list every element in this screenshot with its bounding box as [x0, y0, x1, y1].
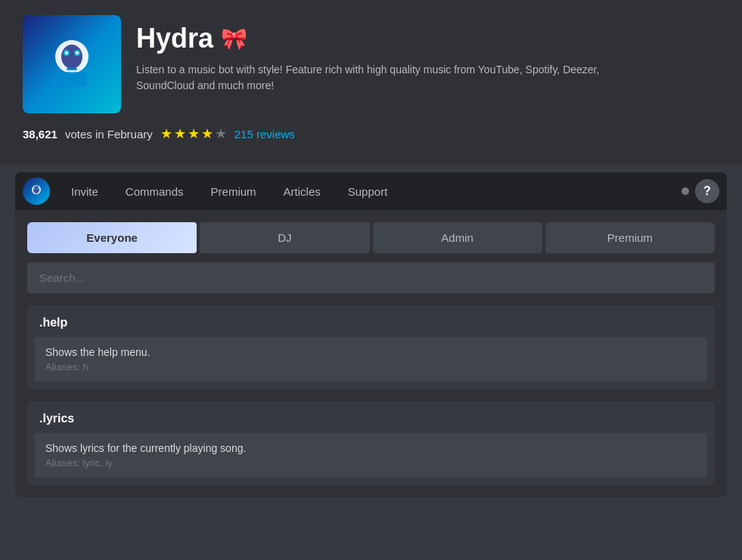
filter-tabs: Everyone DJ Admin Premium: [27, 222, 715, 253]
tab-premium[interactable]: Premium: [545, 222, 715, 253]
star-4: ★: [201, 125, 213, 142]
star-1: ★: [160, 125, 172, 142]
command-body-lyrics: Shows lyrics for the currently playing s…: [35, 433, 707, 478]
main-panel: Invite Commands Premium Articles Support…: [15, 172, 727, 497]
nav-articles[interactable]: Articles: [270, 172, 334, 210]
reviews-label: reviews: [256, 128, 295, 141]
command-card-help: .help Shows the help menu. Aliases: h: [27, 305, 715, 389]
svg-point-1: [61, 45, 82, 69]
nav-invite[interactable]: Invite: [57, 172, 112, 210]
star-2: ★: [174, 125, 186, 142]
command-aliases-help: Aliases: h: [45, 361, 697, 373]
status-dot: [681, 187, 689, 195]
nav-premium[interactable]: Premium: [197, 172, 270, 210]
bot-name-text: Hydra: [136, 23, 213, 54]
search-container: [27, 262, 715, 293]
svg-point-9: [33, 186, 39, 193]
reviews-count: 215: [234, 128, 253, 141]
command-name-lyrics: .lyrics: [27, 401, 715, 425]
svg-point-10: [34, 187, 36, 189]
commands-list: .help Shows the help menu. Aliases: h .l…: [15, 305, 727, 497]
star-3: ★: [188, 125, 200, 142]
votes-label: votes in February: [65, 128, 153, 141]
command-card-lyrics: .lyrics Shows lyrics for the currently p…: [27, 401, 715, 485]
page-header: Hydra 🎀 Listen to a music bot with style…: [0, 0, 742, 165]
svg-rect-6: [67, 68, 77, 70]
bot-emoji: 🎀: [221, 26, 247, 51]
bot-info: Hydra 🎀 Listen to a music bot with style…: [23, 15, 719, 113]
command-description-lyrics: Shows lyrics for the currently playing s…: [45, 442, 697, 454]
tab-admin[interactable]: Admin: [373, 222, 542, 253]
star-rating: ★ ★ ★ ★ ★: [160, 125, 227, 142]
svg-rect-7: [57, 72, 87, 87]
nav-items: Invite Commands Premium Articles Support: [57, 172, 681, 210]
nav-support[interactable]: Support: [334, 172, 402, 210]
search-input[interactable]: [27, 262, 715, 293]
help-button[interactable]: ?: [695, 179, 719, 203]
tab-everyone[interactable]: Everyone: [27, 222, 197, 253]
nav-logo: [23, 178, 50, 205]
nav-right: ?: [681, 179, 719, 203]
svg-point-4: [65, 51, 68, 54]
command-body-help: Shows the help menu. Aliases: h: [35, 337, 707, 382]
tab-dj[interactable]: DJ: [200, 222, 369, 253]
svg-point-5: [76, 51, 79, 54]
nav-bar: Invite Commands Premium Articles Support…: [15, 172, 727, 210]
bot-description: Listen to a music bot with style! Featur…: [136, 62, 650, 94]
votes-count: 38,621: [23, 128, 57, 141]
bot-name-area: Hydra 🎀 Listen to a music bot with style…: [136, 15, 650, 94]
reviews-link[interactable]: 215 reviews: [234, 128, 295, 141]
svg-point-11: [37, 187, 39, 189]
star-5: ★: [215, 125, 227, 142]
nav-commands[interactable]: Commands: [112, 172, 197, 210]
command-aliases-lyrics: Aliases: lyric, ly: [45, 457, 697, 469]
bot-avatar: [23, 15, 121, 113]
command-description-help: Shows the help menu.: [45, 346, 697, 358]
votes-row: 38,621 votes in February ★ ★ ★ ★ ★ 215 r…: [23, 125, 719, 142]
bot-title: Hydra 🎀: [136, 23, 650, 54]
command-name-help: .help: [27, 305, 715, 330]
